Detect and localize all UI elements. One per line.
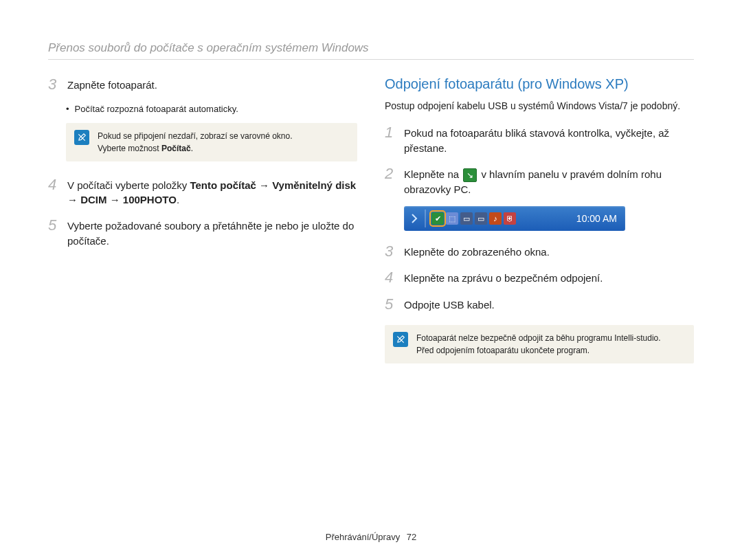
taskbar-tray: ✔ ⬚ ▭ ▭ ♪ ⛨ — [430, 211, 517, 226]
page-header-title: Přenos souborů do počítače s operačním s… — [48, 41, 694, 55]
taskbar-screenshot: ✔ ⬚ ▭ ▭ ♪ ⛨ 10:00 AM — [404, 206, 625, 231]
note-line2-suffix: . — [191, 144, 193, 153]
safely-remove-icon: ↘ — [463, 168, 477, 182]
header-divider — [48, 59, 694, 60]
note-line1: Fotoaparát nelze bezpečně odpojit za běh… — [416, 333, 661, 343]
step-text: V počítači vyberte položky Tento počítač… — [67, 177, 357, 208]
left-column: 3 Zapněte fotoaparát. Počítač rozpozná f… — [48, 76, 357, 379]
right-step-4: 4 Klepněte na zprávu o bezpečném odpojen… — [385, 269, 694, 286]
step-number: 1 — [385, 124, 404, 141]
content-columns: 3 Zapněte fotoaparát. Počítač rozpozná f… — [48, 76, 694, 379]
footer-page-number: 72 — [407, 532, 416, 542]
sub-bullet-text: Počítač rozpozná fotoaparát automaticky. — [75, 102, 238, 116]
step-text: Zapněte fotoaparát. — [67, 76, 357, 93]
step4-suffix: . — [177, 194, 179, 205]
note-text: Pokud se připojení nezdaří, zobrazí se v… — [98, 130, 349, 155]
step-text: Vyberte požadované soubory a přetáhněte … — [67, 217, 357, 249]
left-step-5: 5 Vyberte požadované soubory a přetáhnět… — [48, 217, 357, 249]
tray-display-icon: ▭ — [460, 212, 473, 225]
step-number: 2 — [385, 166, 404, 182]
step-text: Pokud na fotoaparátu bliká stavová kontr… — [404, 124, 694, 156]
left-note-box: Pokud se připojení nezdaří, zobrazí se v… — [66, 123, 357, 161]
taskbar-clock: 10:00 AM — [576, 213, 621, 224]
step-text: Klepněte na zprávu o bezpečném odpojení. — [404, 269, 694, 286]
step-number: 3 — [48, 76, 67, 93]
note-line1: Pokud se připojení nezdaří, zobrazí se v… — [98, 131, 293, 141]
tray-display2-icon: ▭ — [475, 212, 487, 225]
note-line2-prefix: Vyberte možnost — [98, 144, 161, 153]
tray-volume-icon: ♪ — [489, 212, 502, 225]
step4-prefix: V počítači vyberte položky — [67, 179, 190, 191]
right-step-1: 1 Pokud na fotoaparátu bliká stavová kon… — [385, 124, 694, 156]
right-column: Odpojení fotoaparátu (pro Windows XP) Po… — [385, 76, 694, 379]
left-step-4: 4 V počítači vyberte položky Tento počít… — [48, 177, 357, 208]
step-number: 3 — [385, 243, 404, 260]
right-note-box: Fotoaparát nelze bezpečně odpojit za běh… — [385, 325, 694, 363]
right-step-2: 2 Klepněte na ↘ v hlavním panelu v pravé… — [385, 166, 694, 197]
step-text: Klepněte na ↘ v hlavním panelu v pravém … — [404, 166, 694, 197]
note-icon — [74, 130, 89, 145]
left-step-3: 3 Zapněte fotoaparát. — [48, 76, 357, 93]
step-number: 4 — [48, 177, 67, 193]
right-step-5: 5 Odpojte USB kabel. — [385, 296, 694, 313]
page-footer: Přehrávání/Úpravy 72 — [0, 532, 742, 542]
step-text: Klepněte do zobrazeného okna. — [404, 243, 694, 260]
tray-safely-remove-icon: ✔ — [431, 212, 444, 225]
note-text: Fotoaparát nelze bezpečně odpojit za běh… — [416, 332, 686, 357]
step2-pre: Klepněte na — [404, 168, 462, 180]
step-number: 4 — [385, 269, 404, 286]
tray-security-icon: ⛨ — [504, 212, 516, 225]
taskbar-separator — [425, 210, 426, 227]
step-number: 5 — [48, 217, 67, 234]
tray-network-icon: ⬚ — [446, 212, 458, 225]
note-line2: Před odpojením fotoaparátu ukončete prog… — [416, 346, 589, 355]
note-line2-bold: Počítač — [161, 144, 191, 153]
step-number: 5 — [385, 296, 404, 313]
section-heading: Odpojení fotoaparátu (pro Windows XP) — [385, 76, 694, 92]
right-step-3: 3 Klepněte do zobrazeného okna. — [385, 243, 694, 260]
taskbar-chevron-icon — [408, 209, 420, 228]
step-text: Odpojte USB kabel. — [404, 296, 694, 313]
left-step-3-sub: Počítač rozpozná fotoaparát automaticky. — [66, 102, 357, 116]
footer-section: Přehrávání/Úpravy — [326, 532, 400, 542]
section-intro: Postup odpojení kabelu USB u systémů Win… — [385, 99, 694, 113]
note-icon — [393, 332, 408, 347]
